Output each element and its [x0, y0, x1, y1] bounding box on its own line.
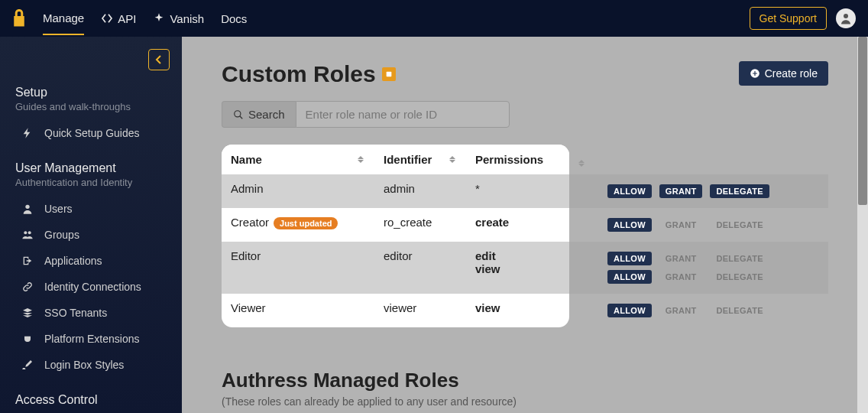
collapse-sidebar-button[interactable] — [148, 49, 170, 70]
grant-row: ALLOWGRANTDELEGATE — [607, 216, 819, 234]
role-name: Creator — [231, 216, 269, 229]
cell-grants: ALLOWGRANTDELEGATE — [569, 294, 828, 327]
create-role-button[interactable]: Create role — [739, 61, 828, 86]
sidebar-item-label: SSO Tenants — [44, 307, 107, 319]
user-icon — [21, 203, 34, 215]
grant-delegate[interactable]: DELEGATE — [710, 218, 769, 232]
table-row[interactable]: ViewerviewerviewALLOWGRANTDELEGATE — [222, 294, 828, 327]
grant-allow[interactable]: ALLOW — [607, 218, 652, 232]
table-row[interactable]: Adminadmin*ALLOWGRANTDELEGATE — [222, 174, 828, 208]
nav-link-manage[interactable]: Manage — [43, 2, 84, 35]
grant-grant[interactable]: GRANT — [659, 270, 703, 284]
table-header-row: Name Identifier Permissions — [222, 145, 828, 174]
sidebar-item-label: Login Box Styles — [44, 359, 124, 371]
sidebar-item-identity-connections[interactable]: Identity Connections — [0, 274, 182, 300]
grant-delegate[interactable]: DELEGATE — [710, 304, 769, 317]
th-identifier[interactable]: Identifier — [374, 145, 466, 174]
grant-allow[interactable]: ALLOW — [607, 252, 652, 265]
role-name: Viewer — [231, 301, 266, 314]
th-name[interactable]: Name — [222, 145, 374, 174]
just-updated-badge: Just updated — [274, 217, 338, 229]
cell-name: Viewer — [222, 294, 374, 327]
sidebar-item-login-box-styles[interactable]: Login Box Styles — [0, 352, 182, 378]
sidebar-item-label: Platform Extensions — [44, 333, 140, 345]
sidebar-section-sub: Guides and walk-throughs — [15, 101, 167, 112]
nav-link-api-label: API — [118, 12, 136, 25]
sidebar-item-sso-tenants[interactable]: SSO Tenants — [0, 300, 182, 326]
brush-icon — [21, 359, 34, 371]
cell-name: Editor — [222, 242, 374, 294]
logo[interactable] — [12, 9, 26, 28]
users-icon — [21, 229, 34, 241]
th-label: Permissions — [475, 153, 543, 166]
search-button[interactable]: Search — [222, 101, 296, 128]
nav-link-vanish[interactable]: Vanish — [153, 3, 204, 34]
sort-icon — [578, 160, 586, 167]
cell-identifier: ro_create — [374, 208, 466, 242]
grant-allow[interactable]: ALLOW — [607, 270, 652, 284]
topnav-left: Manage API Vanish Docs — [12, 2, 247, 35]
grant-grant[interactable]: GRANT — [659, 304, 703, 317]
grant-row: ALLOWGRANTDELEGATE — [607, 268, 819, 286]
roles-table: Name Identifier Permissions Adminadmin*A… — [222, 145, 828, 327]
grant-delegate[interactable]: DELEGATE — [710, 252, 769, 265]
chevron-left-icon — [154, 55, 164, 64]
link-icon — [21, 281, 34, 293]
cell-grants: ALLOWGRANTDELEGATE — [569, 208, 828, 242]
cell-permissions: * — [466, 174, 569, 208]
get-support-button[interactable]: Get Support — [750, 7, 828, 30]
plug-icon — [21, 333, 34, 345]
grant-delegate[interactable]: DELEGATE — [710, 184, 769, 198]
avatar[interactable] — [836, 8, 856, 28]
sort-icon — [358, 156, 365, 163]
sidebar-item-applications[interactable]: Applications — [0, 248, 182, 274]
sidebar-item-label: Groups — [44, 229, 79, 241]
code-icon — [101, 12, 113, 24]
book-icon[interactable] — [382, 67, 396, 81]
exit-icon — [21, 255, 34, 267]
sidebar-item-label: Applications — [44, 255, 102, 267]
sidebar-item-label: Identity Connections — [44, 281, 141, 293]
sparkle-icon — [153, 12, 165, 24]
logo-icon — [12, 9, 26, 28]
user-icon — [839, 11, 853, 25]
managed-roles-section: Authress Managed Roles (These roles can … — [222, 369, 828, 408]
table-row[interactable]: CreatorJust updatedro_createcreateALLOWG… — [222, 208, 828, 242]
cell-identifier: viewer — [374, 294, 466, 327]
sidebar-item-platform-extensions[interactable]: Platform Extensions — [0, 326, 182, 352]
table-row[interactable]: EditoreditoreditviewALLOWGRANTDELEGATEAL… — [222, 242, 828, 294]
sidebar-item-users[interactable]: Users — [0, 196, 182, 222]
grant-grant[interactable]: GRANT — [659, 252, 703, 265]
sidebar-item-quick-setup[interactable]: Quick Setup Guides — [0, 120, 182, 146]
grant-allow[interactable]: ALLOW — [607, 184, 652, 198]
cell-permissions: editview — [466, 242, 569, 294]
grant-allow[interactable]: ALLOW — [607, 304, 652, 317]
th-permissions: Permissions — [466, 145, 569, 174]
cell-name: Admin — [222, 174, 374, 208]
scrollbar-thumb[interactable] — [858, 37, 867, 205]
search-icon — [233, 109, 244, 120]
grant-grant[interactable]: GRANT — [659, 218, 703, 232]
svg-point-2 — [24, 231, 27, 234]
sidebar-item-groups[interactable]: Groups — [0, 222, 182, 248]
topnav-right: Get Support — [750, 7, 857, 30]
svg-rect-4 — [386, 72, 391, 77]
nav-link-api[interactable]: API — [101, 3, 136, 34]
sidebar: Setup Guides and walk-throughs Quick Set… — [0, 37, 182, 413]
bolt-icon — [21, 127, 34, 139]
th-grants[interactable] — [569, 145, 828, 174]
search-input[interactable] — [296, 101, 510, 128]
top-nav: Manage API Vanish Docs Get Support — [0, 0, 868, 37]
th-label: Identifier — [384, 153, 432, 166]
grant-delegate[interactable]: DELEGATE — [710, 270, 769, 284]
managed-roles-sub: (These roles can already be applied to a… — [222, 395, 828, 408]
grant-grant[interactable]: GRANT — [659, 184, 703, 198]
nav-link-docs[interactable]: Docs — [221, 3, 247, 34]
search-row: Search — [222, 101, 828, 128]
search-label: Search — [248, 108, 285, 121]
cell-grants: ALLOWGRANTDELEGATEALLOWGRANTDELEGATE — [569, 242, 828, 294]
plus-circle-icon — [750, 68, 760, 79]
grant-row: ALLOWGRANTDELEGATE — [607, 249, 819, 268]
cell-identifier: admin — [374, 174, 466, 208]
scrollbar-track[interactable] — [857, 37, 868, 413]
